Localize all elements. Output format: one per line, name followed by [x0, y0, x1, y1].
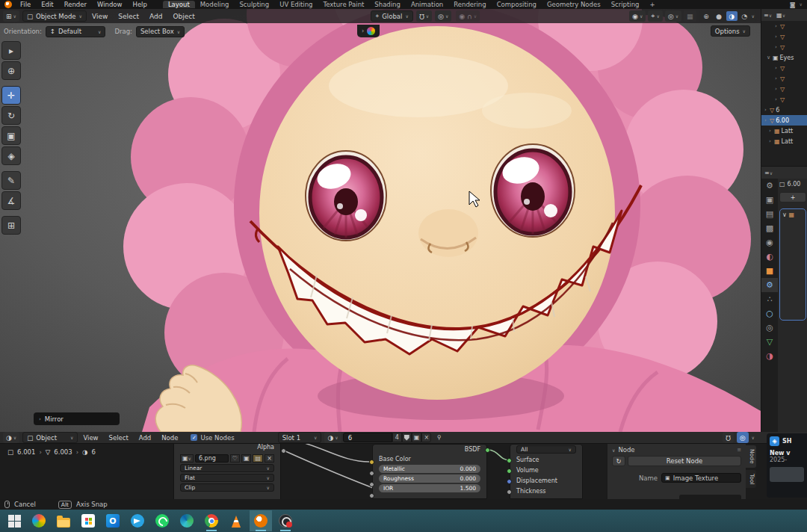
taskbar-blender-active[interactable]: [250, 510, 272, 531]
menu-window[interactable]: Window: [92, 1, 128, 8]
breadcrumb-mesh[interactable]: 6.003: [54, 448, 72, 456]
notification-action-button[interactable]: [770, 467, 804, 482]
reset-node-button[interactable]: Reset Node: [628, 456, 741, 466]
tool-annotate[interactable]: ✎: [1, 171, 21, 190]
outliner-row[interactable]: ›▽: [761, 73, 807, 84]
roughness-input-socket[interactable]: [369, 482, 374, 487]
outliner-row[interactable]: ›▽: [761, 94, 807, 105]
material-browse-icon[interactable]: ◑∨: [324, 432, 341, 443]
copy-image-icon[interactable]: ▣: [241, 454, 252, 463]
transform-orientation-dropdown[interactable]: ⌖ Global∨: [371, 10, 412, 22]
workspace-tab-texture-paint[interactable]: Texture Paint: [318, 1, 370, 8]
show-gizmo-dropdown[interactable]: ◉∨: [629, 10, 646, 22]
taskbar-obs[interactable]: [274, 510, 297, 531]
outliner-row[interactable]: ›▽: [761, 84, 807, 94]
orientation-value-dropdown[interactable]: ↕ Default∨: [46, 26, 106, 37]
tool-add-cube[interactable]: ⊞: [1, 216, 21, 235]
thickness-input-socket[interactable]: [507, 489, 512, 495]
volume-input-socket[interactable]: [507, 468, 512, 474]
workspace-tab-compositing[interactable]: Compositing: [492, 1, 542, 8]
workspace-tab-geometry-nodes[interactable]: Geometry Nodes: [542, 1, 606, 8]
material-preview-popover[interactable]: ›: [357, 25, 380, 37]
shader-overlay-toggle-icon[interactable]: ◎: [737, 432, 749, 443]
workspace-tab-layout[interactable]: Layout: [163, 1, 195, 8]
taskbar-edge[interactable]: [176, 510, 198, 531]
add-modifier-button[interactable]: +: [779, 192, 806, 202]
alpha-output-socket[interactable]: [281, 448, 286, 454]
tool-cursor[interactable]: ⊕: [1, 61, 21, 80]
surface-input-socket[interactable]: [507, 458, 512, 463]
shading-solid-icon[interactable]: ●: [714, 11, 725, 21]
breadcrumb-object[interactable]: 6.001: [17, 448, 35, 456]
shader-menu-view[interactable]: View: [78, 434, 103, 442]
image-texture-node[interactable]: Alpha ▣∨ 6.png ♡ ▣ ▤ × Linear∨ Flat∨ Cli…: [173, 439, 281, 499]
extra-header-icons[interactable]: ◉ ∩∨: [456, 10, 480, 22]
new-material-copy-icon[interactable]: ▣: [412, 433, 422, 442]
operator-panel-mirror[interactable]: › Mirror: [34, 412, 120, 425]
taskbar-chrome[interactable]: [200, 510, 223, 531]
outliner-display-icon[interactable]: ▦∨: [776, 12, 785, 19]
panel-collapse-icon[interactable]: ∨: [782, 211, 787, 218]
editor-type-viewport-icon[interactable]: ⊞∨: [3, 10, 19, 22]
drag-value-dropdown[interactable]: Select Box∨: [136, 26, 185, 37]
properties-tab-data[interactable]: ▽: [761, 335, 778, 349]
overlays-dropdown[interactable]: ◎∨: [665, 10, 681, 22]
image-browse-icon[interactable]: ▣∨: [180, 454, 194, 463]
modifier-panel[interactable]: ∨ ▦: [779, 208, 806, 321]
ior-slider[interactable]: IOR1.500: [379, 484, 480, 492]
workspace-tab-rendering[interactable]: Rendering: [448, 1, 491, 8]
workspace-tab-uv-editing[interactable]: UV Editing: [274, 1, 318, 8]
workspace-tab-shading[interactable]: Shading: [369, 1, 406, 8]
outliner-row[interactable]: ›▽: [761, 63, 807, 73]
tool-scale[interactable]: ▣: [1, 126, 21, 145]
material-users-count[interactable]: 4: [392, 433, 402, 442]
extension-dropdown[interactable]: Clip∨: [180, 483, 274, 492]
tool-transform[interactable]: ◈: [1, 146, 21, 165]
shading-dropdown-caret[interactable]: ∨: [752, 13, 755, 19]
taskbar-telegram[interactable]: [126, 510, 149, 531]
outliner-filter-icon[interactable]: ≡∨: [764, 12, 772, 19]
shader-menu-node[interactable]: Node: [156, 434, 183, 442]
shader-menu-add[interactable]: Add: [134, 434, 156, 442]
add-workspace-button[interactable]: +: [644, 1, 660, 8]
menu-help[interactable]: Help: [127, 1, 152, 8]
viewport-menu-view[interactable]: View: [87, 13, 113, 20]
menu-file[interactable]: File: [15, 1, 36, 8]
shading-material-preview-icon[interactable]: ◑: [726, 11, 738, 21]
shader-header-caret[interactable]: ∨: [752, 435, 755, 440]
workspace-tab-sculpting[interactable]: Sculpting: [234, 1, 274, 8]
refresh-icon[interactable]: ↻: [612, 456, 625, 466]
outliner-row[interactable]: ›▽: [761, 31, 807, 42]
unlink-image-icon[interactable]: ×: [265, 454, 274, 463]
blender-logo-icon[interactable]: [4, 1, 12, 8]
outliner-row-6-selected[interactable]: ›▽6.00: [761, 115, 807, 126]
pin-icon[interactable]: ⚲: [434, 433, 444, 442]
properties-tab-physics[interactable]: ○: [761, 306, 778, 321]
notification-popup[interactable]: ◈ SH New v 2025-: [767, 433, 807, 498]
fake-user-icon[interactable]: ♡: [230, 454, 240, 463]
sidebar-tab-tool[interactable]: Tool: [746, 470, 756, 489]
properties-tab-world[interactable]: ◐: [761, 250, 778, 264]
properties-tab-view-layer[interactable]: ▩: [761, 221, 778, 235]
image-name-field[interactable]: 6.png: [195, 454, 229, 463]
taskbar-microsoft-store[interactable]: [77, 510, 99, 531]
material-output-node[interactable]: All∨ Surface Volume Displacement Thickne…: [510, 444, 583, 499]
node-name-field[interactable]: ▣ Image Texture: [661, 473, 741, 483]
shading-rendered-icon[interactable]: ◔: [739, 11, 750, 21]
mode-dropdown[interactable]: □ Object Mode∨: [22, 10, 87, 22]
properties-tab-modifiers[interactable]: ⚙: [761, 278, 778, 292]
taskbar-outlook[interactable]: O: [102, 510, 124, 531]
properties-tab-output[interactable]: ▤: [761, 207, 778, 221]
tool-measure[interactable]: ∡: [1, 191, 21, 210]
material-name-field[interactable]: 6: [343, 433, 392, 442]
ior-input-socket[interactable]: [369, 493, 374, 498]
gizmos-dropdown[interactable]: ⌖∨: [648, 10, 662, 22]
tool-move[interactable]: ✛: [1, 86, 21, 105]
xray-toggle-icon[interactable]: ▦: [684, 10, 696, 22]
roughness-slider[interactable]: Roughness0.000: [379, 474, 480, 483]
fake-user-shield-icon[interactable]: [402, 433, 412, 442]
menu-render[interactable]: Render: [59, 1, 92, 8]
breadcrumb-material[interactable]: 6: [92, 448, 96, 456]
projection-dropdown[interactable]: Flat∨: [180, 474, 274, 482]
tool-select-box[interactable]: ▸: [1, 41, 21, 60]
